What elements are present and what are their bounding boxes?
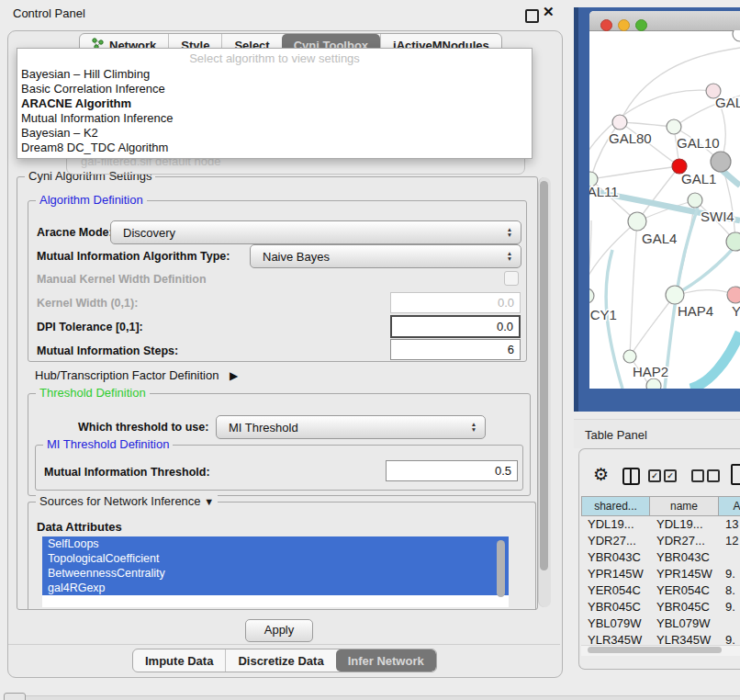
- mi-threshold-input[interactable]: 0.5: [386, 460, 518, 481]
- table-cell: YBL079W: [581, 615, 650, 632]
- table-cell: [719, 549, 740, 566]
- hub-transcription-section[interactable]: Hub/Transcription Factor Definition ▶: [35, 368, 238, 382]
- table-cell: YER054C: [581, 582, 650, 599]
- table-cell: 12: [719, 533, 740, 549]
- float-panel-icon[interactable]: [525, 9, 539, 23]
- unchecked-checkbox-icon[interactable]: [691, 469, 704, 482]
- network-edge: [630, 221, 637, 356]
- algorithm-option[interactable]: ARACNE Algorithm: [17, 96, 532, 111]
- column-view-icon[interactable]: [622, 468, 640, 485]
- network-node[interactable]: [688, 193, 702, 208]
- network-node-label: GAL80: [609, 130, 652, 146]
- table-cell: 9.: [719, 632, 740, 645]
- network-node-label: SWI4: [701, 209, 734, 224]
- application-window: Control Panel ✕ Network Style Select Cyn…: [0, 0, 740, 700]
- network-node-label: HAP2: [633, 364, 668, 379]
- network-node[interactable]: [623, 350, 636, 363]
- network-node[interactable]: [733, 30, 740, 41]
- network-node-label: GCY1: [589, 307, 617, 322]
- stepper-arrows-icon: ▲▼: [502, 227, 521, 238]
- kernel-width-label: Kernel Width (0,1):: [37, 297, 138, 310]
- table-cell: YDR27...: [650, 533, 719, 549]
- bottom-panel-edge: [26, 695, 740, 700]
- algorithm-popup-placeholder: Select algorithm to view settings: [17, 51, 532, 67]
- aracne-mode-select[interactable]: Discovery ▲▼: [110, 220, 521, 244]
- table-cell: YBR043C: [581, 549, 650, 566]
- mi-algorithm-type-label: Mutual Information Algorithm Type:: [37, 250, 230, 263]
- close-panel-icon[interactable]: ✕: [543, 4, 555, 20]
- data-attributes-list[interactable]: SelfLoopsTopologicalCoefficientBetweenne…: [42, 536, 509, 607]
- table-column-header[interactable]: name: [650, 496, 719, 516]
- table-row[interactable]: YDR27...YDR27...12: [581, 533, 740, 549]
- bottom-tab-divider: [8, 644, 560, 645]
- network-node[interactable]: [711, 152, 731, 172]
- gear-icon[interactable]: ⚙: [593, 464, 609, 485]
- network-edge: [681, 248, 734, 291]
- unchecked-checkbox-icon[interactable]: [707, 469, 720, 482]
- which-threshold-label: Which threshold to use:: [78, 421, 208, 434]
- data-attribute-item[interactable]: SelfLoops: [42, 536, 509, 551]
- mi-threshold-definition-title: MI Threshold Definition: [43, 437, 173, 451]
- mi-algorithm-type-select[interactable]: Naive Bayes ▲▼: [250, 244, 521, 268]
- network-node-label: Y: [732, 303, 740, 319]
- kernel-width-input[interactable]: 0.0: [390, 292, 521, 313]
- table-column-header[interactable]: A: [719, 496, 740, 516]
- table-row[interactable]: YBL079WYBL079W: [581, 615, 740, 632]
- data-attributes-label: Data Attributes: [37, 520, 122, 534]
- threshold-definition-title: Threshold Definition: [36, 386, 150, 400]
- network-node[interactable]: [646, 378, 661, 389]
- table-column-header[interactable]: shared...: [581, 496, 650, 516]
- tab-infer-network[interactable]: Infer Network: [336, 649, 436, 672]
- table-row[interactable]: YLR345WYLR345W9.: [581, 632, 740, 645]
- table-cell: YDL19...: [581, 516, 650, 533]
- table-row[interactable]: YDL19...YDL19...13: [581, 516, 740, 533]
- table-row[interactable]: YBR043CYBR043C: [581, 549, 740, 566]
- bottom-left-button[interactable]: [4, 693, 26, 700]
- table-row[interactable]: YPR145WYPR145W9.: [581, 566, 740, 582]
- network-node-label: HAP4: [678, 303, 713, 319]
- settings-scrollbar-thumb[interactable]: [540, 181, 548, 570]
- dpi-tolerance-input[interactable]: 0.0: [390, 315, 521, 338]
- table-body: YDL19...YDL19...13YDR27...YDR27...12YBR0…: [581, 516, 740, 645]
- checked-checkbox-icon[interactable]: ✓: [648, 469, 661, 482]
- network-edge: [590, 166, 679, 179]
- table-row[interactable]: YER054CYER054C8.: [581, 582, 740, 599]
- network-node[interactable]: [666, 286, 684, 304]
- network-canvas[interactable]: GALGAL80GAL10GAL1GAL11GAL4SWI4GCY1HAP4YH…: [589, 30, 740, 389]
- table-panel-title: Table Panel: [585, 428, 647, 442]
- network-window-titlebar[interactable]: [589, 11, 740, 31]
- dpi-tolerance-label: DPI Tolerance [0,1]:: [37, 321, 143, 333]
- sources-title[interactable]: Sources for Network Inference ▼: [36, 494, 218, 508]
- tab-impute-data[interactable]: Impute Data: [133, 649, 225, 672]
- manual-kernel-width-checkbox[interactable]: [504, 271, 519, 286]
- algorithm-option[interactable]: Bayesian – K2: [17, 126, 532, 141]
- cyni-bottom-tabbar: Impute Data Discretize Data Infer Networ…: [132, 649, 437, 672]
- algorithm-option[interactable]: Basic Correlation Inference: [17, 82, 532, 96]
- data-attribute-item[interactable]: gal4RGexp: [42, 581, 509, 595]
- aracne-mode-label: Aracne Mode:: [37, 226, 113, 239]
- apply-button[interactable]: Apply: [245, 619, 313, 642]
- attributes-list-scrollbar-thumb[interactable]: [497, 540, 505, 597]
- document-icon[interactable]: [731, 464, 740, 485]
- which-threshold-select[interactable]: MI Threshold ▲▼: [216, 415, 486, 439]
- collapse-down-arrow-icon: ▼: [204, 496, 214, 507]
- network-node[interactable]: [612, 115, 627, 130]
- network-node[interactable]: [727, 287, 740, 303]
- tab-discretize-data[interactable]: Discretize Data: [225, 649, 335, 672]
- data-attribute-item[interactable]: BetweennessCentrality: [42, 566, 509, 581]
- network-node[interactable]: [667, 119, 681, 134]
- network-node[interactable]: [726, 232, 740, 251]
- mi-steps-input[interactable]: 6: [390, 339, 521, 360]
- network-node[interactable]: [589, 288, 594, 303]
- table-cell: YBL079W: [650, 615, 719, 632]
- table-hscrollbar-thumb[interactable]: [588, 647, 722, 653]
- network-node[interactable]: [628, 212, 646, 231]
- algorithm-option[interactable]: Bayesian – Hill Climbing: [17, 67, 532, 82]
- data-attribute-item[interactable]: TopologicalCoefficient: [42, 551, 509, 566]
- table-row[interactable]: YBR045CYBR045C9.: [581, 599, 740, 615]
- algorithm-option[interactable]: Dream8 DC_TDC Algorithm: [17, 141, 532, 155]
- checked-checkbox-icon[interactable]: ✓: [664, 469, 677, 482]
- algorithm-option[interactable]: Mutual Information Inference: [17, 111, 532, 126]
- collapse-right-arrow-icon: ▶: [230, 369, 238, 382]
- network-node-label: GAL: [715, 95, 740, 110]
